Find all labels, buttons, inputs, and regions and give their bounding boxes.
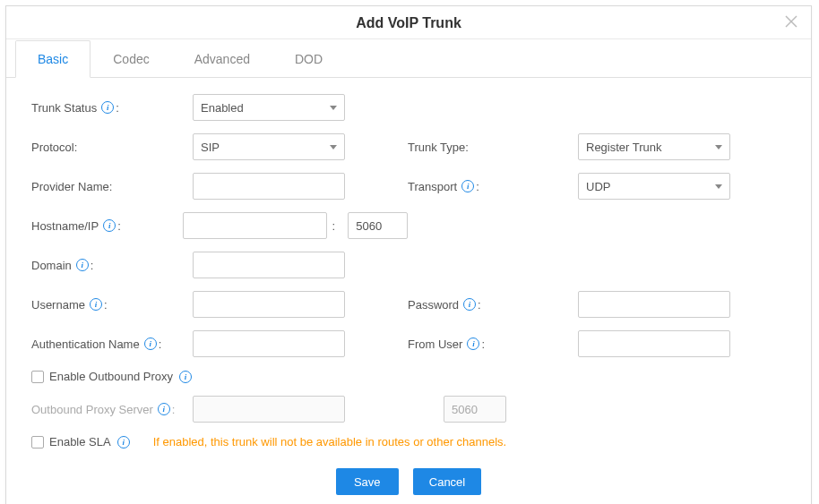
protocol-label: Protocol: bbox=[31, 141, 193, 154]
hostname-ip-label: Hostname/IP : bbox=[31, 219, 183, 233]
outbound-proxy-server-label: Outbound Proxy Server : bbox=[31, 403, 193, 416]
password-input[interactable] bbox=[578, 291, 730, 318]
domain-input[interactable] bbox=[193, 252, 345, 278]
protocol-select[interactable]: SIP bbox=[193, 133, 345, 160]
form-body: Trunk Status : Enabled Protocol: SIP Tru… bbox=[6, 78, 811, 461]
domain-label: Domain : bbox=[31, 259, 193, 272]
info-icon[interactable] bbox=[463, 298, 476, 311]
hostname-ip-input[interactable] bbox=[183, 212, 327, 239]
info-icon[interactable] bbox=[144, 337, 157, 350]
info-icon[interactable] bbox=[76, 259, 89, 271]
close-icon[interactable] bbox=[784, 15, 798, 30]
dialog-header: Add VoIP Trunk bbox=[6, 6, 811, 39]
tab-dod[interactable]: DOD bbox=[272, 40, 345, 78]
info-icon[interactable] bbox=[461, 180, 474, 192]
info-icon[interactable] bbox=[179, 371, 192, 383]
tab-basic[interactable]: Basic bbox=[15, 40, 91, 78]
trunk-status-label: Trunk Status : bbox=[31, 101, 193, 115]
save-button[interactable]: Save bbox=[336, 468, 399, 495]
trunk-status-select[interactable]: Enabled bbox=[193, 94, 345, 121]
transport-label: Transport : bbox=[408, 180, 578, 193]
enable-sla-checkbox[interactable] bbox=[31, 436, 44, 448]
info-icon[interactable] bbox=[158, 403, 170, 415]
trunk-type-select[interactable]: Register Trunk bbox=[578, 133, 730, 160]
enable-sla-label: Enable SLA bbox=[49, 435, 111, 448]
outbound-proxy-server-input bbox=[193, 396, 345, 423]
provider-name-input[interactable] bbox=[193, 173, 345, 200]
password-label: Password : bbox=[408, 298, 578, 312]
trunk-type-label: Trunk Type: bbox=[408, 141, 578, 154]
hostname-port-input[interactable]: 5060 bbox=[348, 212, 408, 239]
provider-name-label: Provider Name: bbox=[31, 180, 193, 193]
tab-codec[interactable]: Codec bbox=[91, 40, 171, 78]
dialog-footer: Save Cancel bbox=[6, 461, 811, 504]
enable-outbound-proxy-checkbox[interactable] bbox=[31, 371, 44, 383]
chevron-down-icon bbox=[715, 184, 722, 189]
cancel-button[interactable]: Cancel bbox=[413, 468, 481, 495]
chevron-down-icon bbox=[715, 145, 722, 149]
username-input[interactable] bbox=[193, 291, 345, 318]
dialog-title: Add VoIP Trunk bbox=[356, 15, 461, 30]
info-icon[interactable] bbox=[90, 298, 102, 311]
port-separator: : bbox=[332, 219, 336, 233]
outbound-proxy-port-input: 5060 bbox=[444, 396, 506, 423]
info-icon[interactable] bbox=[117, 436, 130, 448]
auth-name-label: Authentication Name : bbox=[31, 337, 193, 351]
tab-bar: Basic Codec Advanced DOD bbox=[6, 39, 811, 78]
enable-outbound-proxy-label: Enable Outbound Proxy bbox=[49, 370, 173, 383]
from-user-label: From User : bbox=[408, 337, 578, 351]
transport-select[interactable]: UDP bbox=[578, 173, 730, 200]
info-icon[interactable] bbox=[103, 219, 116, 232]
tab-advanced[interactable]: Advanced bbox=[172, 40, 272, 78]
from-user-input[interactable] bbox=[578, 330, 730, 357]
info-icon[interactable] bbox=[101, 101, 114, 114]
chevron-down-icon bbox=[330, 145, 337, 149]
chevron-down-icon bbox=[330, 106, 337, 110]
sla-warning-text: If enabled, this trunk will not be avail… bbox=[153, 435, 507, 448]
username-label: Username : bbox=[31, 298, 193, 312]
add-voip-trunk-dialog: Add VoIP Trunk Basic Codec Advanced DOD … bbox=[5, 5, 812, 504]
auth-name-input[interactable] bbox=[193, 330, 345, 357]
info-icon[interactable] bbox=[467, 337, 479, 350]
